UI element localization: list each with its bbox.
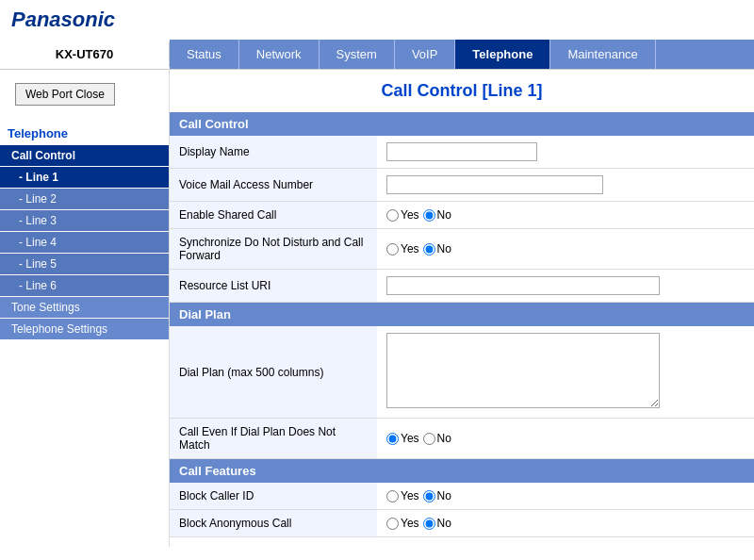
sidebar-item-line6[interactable]: - Line 6: [0, 275, 169, 296]
sync-dnd-no-radio[interactable]: [423, 243, 435, 255]
shared-call-radio-group: Yes No: [386, 208, 745, 222]
table-row: Dial Plan (max 500 columns): [170, 326, 754, 419]
nav-tabs: Status Network System VoIP Telephone Mai…: [170, 40, 754, 69]
tab-network[interactable]: Network: [239, 40, 320, 69]
block-anonymous-no-label[interactable]: No: [423, 517, 451, 530]
tab-maintenance[interactable]: Maintenance: [550, 40, 655, 69]
table-row: Enable Shared Call Yes No: [170, 202, 754, 229]
sidebar-item-line2[interactable]: - Line 2: [0, 189, 169, 209]
sync-dnd-radio-group: Yes No: [386, 242, 745, 255]
block-anonymous-yes-label[interactable]: Yes: [386, 517, 419, 530]
block-caller-id-yes-label[interactable]: Yes: [386, 489, 419, 502]
sync-dnd-yes-radio[interactable]: [386, 243, 399, 255]
shared-call-no-radio[interactable]: [423, 209, 435, 222]
shared-call-no-label[interactable]: No: [423, 208, 451, 222]
block-caller-id-label: Block Caller ID: [170, 483, 377, 510]
dial-plan-label: Dial Plan (max 500 columns): [170, 326, 377, 419]
tab-status[interactable]: Status: [170, 40, 239, 69]
block-anonymous-no-radio[interactable]: [423, 518, 435, 530]
main-content: Call Control [Line 1] Call Control Displ…: [170, 70, 754, 547]
call-even-yes-label[interactable]: Yes: [386, 432, 419, 445]
panasonic-logo: Panasonic: [11, 8, 115, 32]
model-bar: KX-UT670 Status Network System VoIP Tele…: [0, 40, 754, 70]
table-row: Block Caller ID Yes No: [170, 483, 754, 510]
table-row: Resource List URI: [170, 270, 754, 303]
shared-call-cell: Yes No: [377, 202, 754, 229]
sync-dnd-no-label[interactable]: No: [423, 242, 451, 255]
resource-list-cell: [377, 270, 754, 303]
table-row: Call Even If Dial Plan Does Not Match Ye…: [170, 419, 754, 459]
model-name: KX-UT670: [0, 41, 170, 67]
dial-plan-header: Dial Plan: [170, 303, 754, 326]
sidebar-item-line4[interactable]: - Line 4: [0, 232, 169, 253]
header: Panasonic: [0, 0, 754, 40]
shared-call-yes-label[interactable]: Yes: [386, 208, 419, 222]
block-anonymous-label: Block Anonymous Call: [170, 510, 377, 537]
display-name-cell: [377, 136, 754, 169]
block-caller-id-yes-radio[interactable]: [386, 490, 399, 502]
block-anonymous-radio-group: Yes No: [386, 517, 745, 530]
sync-dnd-yes-label[interactable]: Yes: [386, 242, 419, 255]
sync-dnd-cell: Yes No: [377, 229, 754, 270]
voicemail-label: Voice Mail Access Number: [170, 169, 377, 202]
call-control-table: Display Name Voice Mail Access Number En…: [170, 136, 754, 303]
page-title: Call Control [Line 1]: [170, 70, 754, 112]
voicemail-cell: [377, 169, 754, 202]
call-features-table: Block Caller ID Yes No Block Anonymous C…: [170, 483, 754, 537]
block-caller-id-radio-group: Yes No: [386, 489, 745, 502]
sidebar-telephone-title: Telephone: [0, 119, 169, 144]
resource-list-label: Resource List URI: [170, 270, 377, 303]
tab-system[interactable]: System: [320, 40, 395, 69]
sidebar-item-line5[interactable]: - Line 5: [0, 254, 169, 274]
table-row: Display Name: [170, 136, 754, 169]
call-even-radio-group: Yes No: [386, 432, 745, 445]
tab-telephone[interactable]: Telephone: [455, 40, 550, 69]
resource-list-input[interactable]: [386, 276, 660, 295]
call-even-yes-radio[interactable]: [386, 433, 399, 445]
block-caller-id-cell: Yes No: [377, 483, 754, 510]
main-layout: Web Port Close Telephone Call Control - …: [0, 70, 754, 547]
block-caller-id-no-label[interactable]: No: [423, 489, 451, 502]
dial-plan-table: Dial Plan (max 500 columns) Call Even If…: [170, 326, 754, 459]
call-even-no-label[interactable]: No: [423, 432, 451, 445]
call-features-header: Call Features: [170, 459, 754, 483]
table-row: Synchronize Do Not Disturb and Call Forw…: [170, 229, 754, 270]
block-anonymous-cell: Yes No: [377, 510, 754, 537]
call-even-no-radio[interactable]: [423, 433, 435, 445]
sidebar-item-line1[interactable]: - Line 1: [0, 167, 169, 188]
table-row: Block Anonymous Call Yes No: [170, 510, 754, 537]
tab-voip[interactable]: VoIP: [395, 40, 455, 69]
dial-plan-cell: [377, 326, 754, 419]
block-caller-id-no-radio[interactable]: [423, 490, 435, 502]
dial-plan-textarea[interactable]: [386, 333, 660, 408]
table-row: Voice Mail Access Number: [170, 169, 754, 202]
web-port-button[interactable]: Web Port Close: [15, 83, 115, 106]
sidebar: Web Port Close Telephone Call Control - …: [0, 70, 170, 547]
call-control-header: Call Control: [170, 112, 754, 136]
sidebar-item-call-control[interactable]: Call Control: [0, 145, 169, 166]
shared-call-label: Enable Shared Call: [170, 202, 377, 229]
sync-dnd-label: Synchronize Do Not Disturb and Call Forw…: [170, 229, 377, 270]
voicemail-input[interactable]: [386, 175, 603, 194]
sidebar-item-telephone-settings[interactable]: Telephone Settings: [0, 319, 169, 339]
sidebar-item-tone-settings[interactable]: Tone Settings: [0, 297, 169, 318]
shared-call-yes-radio[interactable]: [386, 209, 399, 222]
call-even-cell: Yes No: [377, 419, 754, 459]
block-anonymous-yes-radio[interactable]: [386, 518, 399, 530]
display-name-label: Display Name: [170, 136, 377, 169]
call-even-label: Call Even If Dial Plan Does Not Match: [170, 419, 377, 459]
display-name-input[interactable]: [386, 142, 537, 161]
sidebar-item-line3[interactable]: - Line 3: [0, 210, 169, 231]
